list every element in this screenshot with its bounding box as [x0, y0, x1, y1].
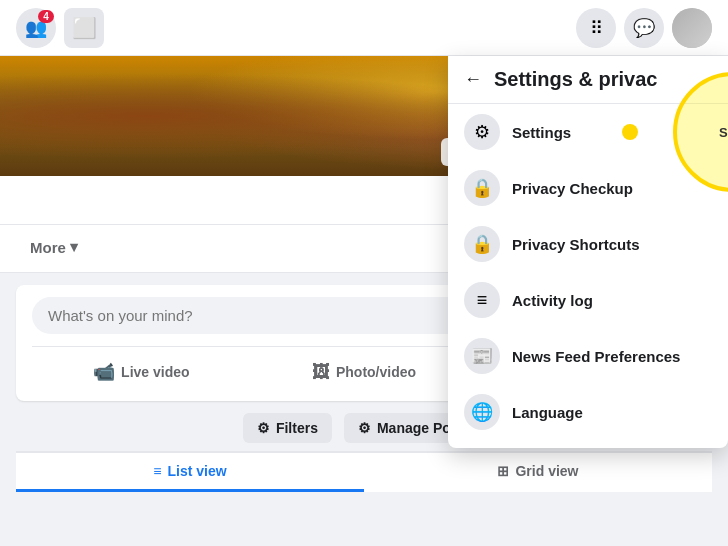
- news-feed-icon: 📰: [464, 338, 500, 374]
- messenger-button[interactable]: 💬: [624, 8, 664, 48]
- language-icon: 🌐: [464, 394, 500, 430]
- photo-video-button[interactable]: 🖼 Photo/video: [255, 356, 474, 389]
- highlight-label: Setti: [719, 125, 728, 140]
- privacy-checkup-label: Privacy Checkup: [512, 180, 633, 197]
- messenger-icon: 💬: [633, 17, 655, 39]
- settings-label: Settings: [512, 124, 571, 141]
- live-video-button[interactable]: 📹 Live video: [32, 355, 251, 389]
- dropdown-item-news-feed[interactable]: 📰 News Feed Preferences: [448, 328, 728, 384]
- grid-view-icon: ⊞: [497, 463, 509, 479]
- grid-view-label: Grid view: [515, 463, 578, 479]
- nav-center-icon: ⬜: [64, 8, 104, 48]
- filters-label: Filters: [276, 420, 318, 436]
- dropdown-title: Settings & privac: [494, 68, 657, 91]
- live-video-icon: 📹: [93, 361, 115, 383]
- dropdown-item-settings[interactable]: ⚙ Settings Setti: [448, 104, 728, 160]
- settings-icon: ⚙: [464, 114, 500, 150]
- home-icon: ⬜: [72, 16, 97, 40]
- grid-menu-button[interactable]: ⠿: [576, 8, 616, 48]
- grid-icon: ⠿: [590, 17, 603, 39]
- privacy-shortcuts-label: Privacy Shortcuts: [512, 236, 640, 253]
- dropdown-header: ← Settings & privac: [448, 56, 728, 104]
- photo-video-icon: 🖼: [312, 362, 330, 383]
- privacy-checkup-icon: 🔒: [464, 170, 500, 206]
- back-arrow-icon: ←: [464, 69, 482, 90]
- list-view-label: List view: [168, 463, 227, 479]
- notification-badge: 4: [38, 10, 54, 23]
- list-view-tab[interactable]: ≡ List view: [16, 453, 364, 492]
- chevron-down-icon: ▾: [70, 238, 78, 256]
- profile-avatar-button[interactable]: [672, 8, 712, 48]
- news-feed-label: News Feed Preferences: [512, 348, 680, 365]
- settings-privacy-dropdown: ← Settings & privac ⚙ Settings Setti 🔒 P…: [448, 56, 728, 448]
- language-label: Language: [512, 404, 583, 421]
- notifications-button[interactable]: 👥 4: [16, 8, 56, 48]
- avatar: [672, 8, 712, 48]
- grid-view-tab[interactable]: ⊞ Grid view: [364, 453, 712, 492]
- list-view-icon: ≡: [153, 463, 161, 479]
- filters-button[interactable]: ⚙ Filters: [243, 413, 332, 443]
- dropdown-back-button[interactable]: ←: [464, 69, 482, 90]
- view-tabs: ≡ List view ⊞ Grid view: [16, 451, 712, 492]
- privacy-shortcuts-icon: 🔒: [464, 226, 500, 262]
- manage-posts-icon: ⚙: [358, 420, 371, 436]
- live-video-label: Live video: [121, 364, 189, 380]
- dropdown-item-activity-log[interactable]: ≡ Activity log: [448, 272, 728, 328]
- top-navigation: 👥 4 ⬜ ⠿ 💬: [0, 0, 728, 56]
- nav-left: 👥 4 ⬜: [16, 8, 104, 48]
- nav-right: ⠿ 💬: [576, 8, 712, 48]
- activity-log-label: Activity log: [512, 292, 593, 309]
- filters-icon: ⚙: [257, 420, 270, 436]
- more-tab[interactable]: More ▾: [16, 226, 92, 271]
- activity-log-icon: ≡: [464, 282, 500, 318]
- dropdown-item-language[interactable]: 🌐 Language: [448, 384, 728, 440]
- dropdown-item-privacy-checkup[interactable]: 🔒 Privacy Checkup: [448, 160, 728, 216]
- settings-highlight-dot: [622, 124, 638, 140]
- photo-video-label: Photo/video: [336, 364, 416, 380]
- dropdown-item-privacy-shortcuts[interactable]: 🔒 Privacy Shortcuts: [448, 216, 728, 272]
- more-tab-label: More: [30, 239, 66, 256]
